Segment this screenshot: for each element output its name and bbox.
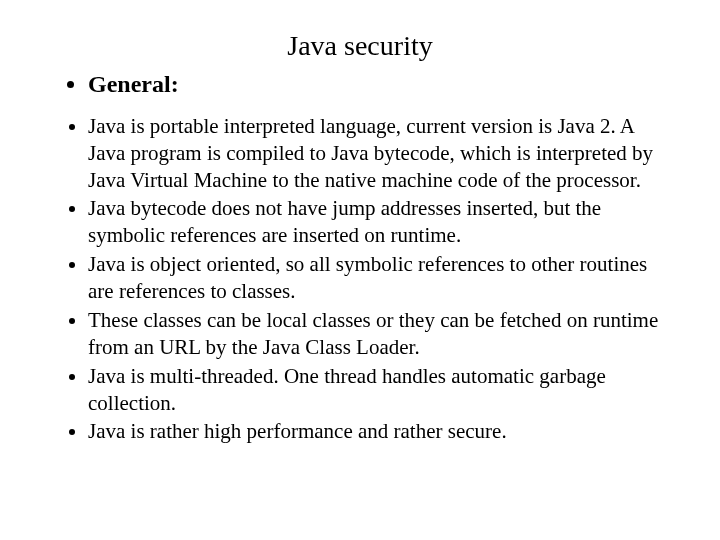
list-item: These classes can be local classes or th… — [88, 307, 672, 361]
heading-item: General: — [88, 70, 672, 99]
list-item: Java is object oriented, so all symbolic… — [88, 251, 672, 305]
heading-list: General: — [48, 70, 672, 99]
slide-title: Java security — [48, 30, 672, 62]
list-item: Java bytecode does not have jump address… — [88, 195, 672, 249]
list-item: Java is multi-threaded. One thread handl… — [88, 363, 672, 417]
body-list: Java is portable interpreted language, c… — [48, 113, 672, 446]
list-item: Java is rather high performance and rath… — [88, 418, 672, 445]
list-item: Java is portable interpreted language, c… — [88, 113, 672, 194]
